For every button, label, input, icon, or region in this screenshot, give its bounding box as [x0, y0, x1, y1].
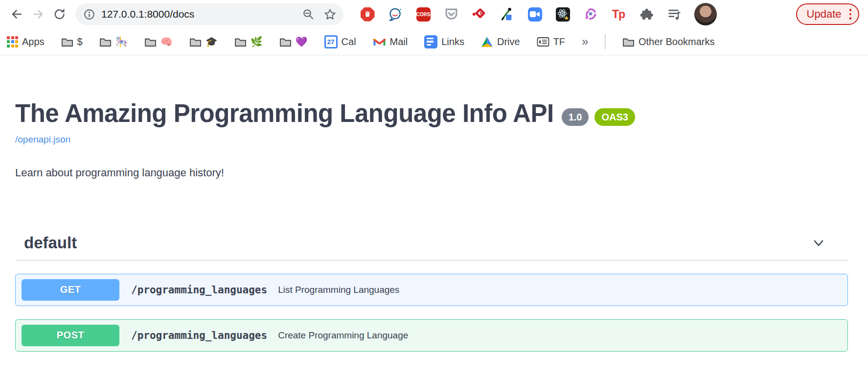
folder-icon	[622, 37, 635, 47]
bookmark-label: 🎠	[115, 37, 128, 47]
languagetool-extension[interactable]	[388, 7, 403, 22]
endpoint-path: /programming_languages	[131, 284, 267, 296]
endpoint-row-get[interactable]: GET /programming_languages List Programm…	[15, 274, 848, 306]
browser-toolbar: 127.0.0.1:8000/docs	[0, 0, 868, 28]
apps-grid-icon	[7, 36, 18, 48]
forward-arrow-icon	[31, 7, 46, 22]
colorzilla-extension[interactable]	[500, 7, 514, 22]
version-badges: 1.0 OAS3	[562, 108, 635, 126]
page-title: The Amazing Programming Language Info AP…	[15, 99, 554, 128]
bookmark-label: Links	[441, 36, 464, 48]
bookmark-folder-dollar[interactable]: $	[61, 37, 83, 47]
bookmark-star-icon[interactable]	[323, 8, 337, 21]
endpoint-row-post[interactable]: POST /programming_languages Create Progr…	[15, 319, 848, 352]
method-badge: POST	[22, 325, 119, 346]
speech-bubble-icon	[388, 7, 403, 22]
bookmark-label: Drive	[497, 36, 520, 48]
address-bar[interactable]: 127.0.0.1:8000/docs	[75, 3, 343, 25]
tag-section-default: default GET /programming_languages List …	[15, 227, 848, 352]
other-bookmarks-label: Other Bookmarks	[639, 36, 715, 48]
bookmarks-divider	[605, 34, 606, 49]
music-playlist-icon	[667, 7, 682, 22]
recycle-extension[interactable]	[583, 7, 598, 22]
zoom-out-icon[interactable]	[302, 8, 315, 21]
flashcard-icon	[537, 37, 549, 47]
back-arrow-icon	[9, 7, 24, 22]
cors-icon: CORS	[416, 7, 431, 22]
swagger-docs-page: The Amazing Programming Language Info AP…	[0, 99, 868, 352]
other-bookmarks[interactable]: Other Bookmarks	[622, 36, 715, 48]
pocket-extension[interactable]	[444, 7, 458, 22]
bookmark-calendar[interactable]: 27 Cal	[324, 35, 356, 48]
apps-shortcut[interactable]: Apps	[7, 36, 45, 48]
extensions-puzzle-button[interactable]	[639, 7, 654, 22]
chevron-down-icon[interactable]	[811, 236, 826, 250]
bookmark-label: 💜	[296, 37, 308, 47]
endpoint-path: /programming_languages	[131, 330, 267, 341]
red-diamond-arrow-icon	[472, 7, 486, 22]
links-list-icon	[424, 35, 437, 48]
folder-icon	[234, 37, 247, 47]
bookmark-label: Mail	[390, 36, 408, 48]
profile-avatar[interactable]	[694, 3, 717, 25]
tp-extension[interactable]: Tp	[611, 7, 626, 22]
folder-icon	[279, 37, 292, 47]
adblock-hand-icon	[361, 7, 375, 22]
browser-menu-icon[interactable]	[849, 9, 852, 20]
purple-recycle-icon	[583, 7, 598, 22]
back-button[interactable]	[6, 3, 27, 25]
update-button[interactable]: Update	[796, 3, 859, 25]
api-title-row: The Amazing Programming Language Info AP…	[15, 99, 848, 128]
folder-icon	[189, 37, 202, 47]
gmail-icon	[373, 37, 386, 47]
reload-icon	[52, 7, 67, 22]
video-camera-icon	[528, 7, 542, 22]
zoom-extension[interactable]	[527, 7, 542, 22]
bookmarks-bar: Apps $ 🎠 🧠 🎓 🌿 💜 2	[0, 28, 868, 55]
url-text[interactable]: 127.0.0.1:8000/docs	[101, 8, 302, 20]
red-arrow-extension[interactable]	[472, 7, 486, 22]
react-atom-icon	[556, 7, 570, 22]
react-devtools-extension[interactable]	[555, 7, 570, 22]
bookmark-label: 🎓	[206, 37, 218, 47]
endpoint-summary: Create Programming Language	[278, 330, 408, 341]
endpoint-summary: List Programming Languages	[278, 285, 399, 295]
bookmark-drive[interactable]: Drive	[481, 36, 520, 48]
apps-label: Apps	[22, 36, 45, 48]
bookmarks-overflow-button[interactable]: »	[582, 35, 588, 48]
bookmark-links[interactable]: Links	[424, 35, 464, 48]
bookmark-label: 🌿	[251, 37, 263, 47]
adblock-extension[interactable]	[360, 7, 375, 22]
bookmark-label: TF	[553, 36, 565, 48]
playlist-extension[interactable]	[667, 7, 682, 22]
pocket-shield-icon	[444, 7, 458, 22]
bookmark-folder-brain[interactable]: 🧠	[144, 37, 173, 47]
folder-icon	[144, 37, 157, 47]
update-label: Update	[807, 8, 842, 21]
openapi-spec-link[interactable]: /openapi.json	[15, 134, 70, 145]
forward-button[interactable]	[27, 3, 49, 25]
page-info-icon[interactable]	[83, 8, 95, 21]
folder-icon	[61, 37, 73, 47]
api-description: Learn about programming language history…	[15, 167, 848, 179]
tag-section-header[interactable]: default	[15, 227, 848, 261]
cors-extension[interactable]: CORS	[416, 7, 431, 22]
bookmark-folder-purple-heart[interactable]: 💜	[279, 37, 308, 47]
bookmark-label: $	[77, 37, 83, 47]
bookmark-folder-herb[interactable]: 🌿	[234, 37, 263, 47]
bookmark-tf[interactable]: TF	[537, 36, 565, 48]
bookmark-folder-grad-cap[interactable]: 🎓	[189, 37, 218, 47]
bookmark-folder-carousel-horse[interactable]: 🎠	[99, 37, 128, 47]
version-badge: 1.0	[562, 108, 589, 126]
eyedropper-icon	[500, 6, 514, 22]
tp-icon: Tp	[612, 8, 625, 21]
bookmark-mail[interactable]: Mail	[373, 36, 408, 48]
reload-button[interactable]	[49, 3, 70, 25]
extensions-group: CORS	[360, 7, 682, 22]
method-badge: GET	[22, 279, 119, 301]
puzzle-icon	[640, 8, 653, 21]
folder-icon	[99, 37, 112, 47]
google-calendar-icon: 27	[324, 35, 338, 48]
oas3-badge: OAS3	[594, 108, 635, 126]
bookmark-label: 🧠	[160, 37, 173, 47]
